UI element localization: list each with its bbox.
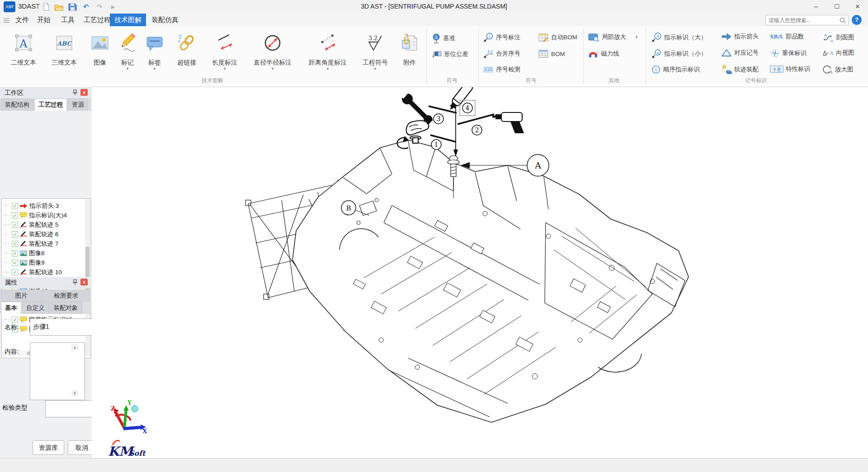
ribbon-button-distance-angle-dim[interactable]: 距离角度标注 ▼	[309, 28, 347, 71]
tab-assembly-object[interactable]: 装配对象	[50, 302, 82, 314]
ribbon-button-datum[interactable]: A 基准	[432, 33, 455, 43]
dropdown-arrow-icon[interactable]: ▼	[145, 67, 165, 71]
ribbon: A 二维文本 ABC 三维文本 图像 标记 ▼ 标签 ▼ 超	[0, 26, 868, 87]
ribbon-button-bom[interactable]: BOM	[538, 49, 565, 59]
quick-access-more-button[interactable]: ▶	[108, 2, 118, 12]
svg-text:1: 1	[434, 141, 439, 148]
open-file-button[interactable]	[53, 2, 64, 12]
checkbox-checked-icon[interactable]: ✓	[12, 250, 18, 257]
tree-item[interactable]: ✓装配轨迹 10	[4, 267, 62, 277]
tree-item[interactable]: ✓装配轨迹 6	[4, 229, 58, 239]
checkbox-checked-icon[interactable]: ✓	[12, 317, 18, 323]
ribbon-button-3d-text[interactable]: ABC 三维文本	[52, 28, 77, 67]
ribbon-button-eng-symbol[interactable]: 3.2 工程符号 ▼	[363, 28, 388, 71]
tab-inspection-req[interactable]: 检测要求	[42, 290, 90, 302]
checkbox-checked-icon[interactable]: ✓	[12, 222, 18, 228]
ribbon-button-balloon-dim[interactable]: 1 序号标注	[483, 33, 520, 42]
tab-basic[interactable]: 基本	[1, 302, 21, 314]
svg-text:X: X	[142, 428, 147, 435]
dropdown-arrow-icon[interactable]: ▼	[363, 67, 388, 71]
tree-item[interactable]: ✓指示箭头 3	[4, 201, 59, 210]
checkbox-checked-icon[interactable]: ✓	[12, 260, 18, 266]
ribbon-button-diameter-dim[interactable]: 直径半径标注 ▼	[254, 28, 292, 71]
checkbox-checked-icon[interactable]: ✓	[12, 231, 18, 238]
name-input[interactable]: 步骤1	[30, 318, 93, 336]
dropdown-arrow-icon[interactable]: ▼	[254, 67, 292, 71]
svg-text:12: 12	[487, 49, 493, 54]
tab-custom[interactable]: 自定义	[22, 302, 49, 314]
ribbon-button-section-view[interactable]: AA 剖面图	[822, 33, 854, 42]
tab-assembly-sim[interactable]: 装配仿真	[147, 14, 183, 26]
model-wireframe[interactable]	[245, 140, 689, 422]
tree-item[interactable]: ✓图像9	[4, 258, 45, 267]
maximize-button[interactable]: ☐	[826, 0, 847, 14]
ribbon-button-magnetic-line[interactable]: 磁力线	[588, 49, 619, 59]
dropdown-arrow-icon[interactable]: ▼	[118, 67, 137, 71]
ribbon-button-match-mark[interactable]: 对应记号	[721, 49, 759, 57]
tree-item[interactable]: ✓装配轨迹 7	[4, 239, 58, 248]
close-button[interactable]: ✕	[847, 0, 868, 14]
tab-resources[interactable]: 资源	[68, 98, 88, 111]
ribbon-button-indicator-arrow[interactable]: 指示箭头	[721, 33, 759, 41]
help-button[interactable]: ?	[852, 15, 862, 25]
ribbon-button-part-count[interactable]: XR/L 部品数	[770, 33, 804, 41]
search-icon[interactable]	[839, 17, 846, 24]
undo-button[interactable]: ↶	[80, 2, 91, 12]
ribbon-button-trajectory-assembly[interactable]: 轨迹装配	[721, 65, 759, 74]
minimize-button[interactable]: ─	[806, 0, 826, 14]
ribbon-button-balloon-check[interactable]: 123 序号检测	[483, 65, 520, 74]
dropdown-arrow-icon[interactable]: ▼	[635, 36, 638, 39]
ribbon-button-indicator-large[interactable]: A 指示标识（大）	[651, 33, 707, 42]
ribbon-button-characteristic-mark[interactable]: 水密 特性标识	[770, 65, 810, 73]
tab-process-flow[interactable]: 工艺过程	[34, 98, 67, 111]
ribbon-button-critical-mark[interactable]: 重保标识	[770, 49, 807, 58]
ribbon-button-direction-view[interactable]: A 向视图	[822, 49, 854, 57]
menu-icon[interactable]	[4, 17, 9, 22]
scroll-down-icon[interactable]: ▼	[71, 390, 78, 397]
tab-assembly-structure[interactable]: 装配结构	[1, 98, 33, 111]
ribbon-button-length-dim[interactable]: 长度标注 ▼	[212, 28, 237, 71]
tree-item[interactable]: ✓指示标识(大)4	[4, 210, 67, 220]
ribbon-button-2d-text[interactable]: A 二维文本	[11, 28, 36, 67]
ribbon-button-auto-bom[interactable]: 自动BOM	[538, 33, 577, 42]
checkbox-checked-icon[interactable]: ✓	[12, 212, 18, 219]
tab-picture[interactable]: 图片	[1, 290, 42, 302]
save-button[interactable]	[67, 2, 78, 12]
tree-item[interactable]: ✓装配轨迹 5	[4, 220, 58, 229]
dropdown-arrow-icon[interactable]: ▼	[309, 67, 347, 71]
close-icon[interactable]: x	[80, 89, 88, 96]
search-input[interactable]	[766, 15, 840, 25]
resource-library-button[interactable]: 资源库	[33, 440, 64, 455]
checkbox-checked-icon[interactable]: ✓	[12, 269, 18, 276]
redo-button[interactable]: ↷	[94, 2, 105, 12]
close-icon[interactable]: x	[80, 279, 88, 285]
ribbon-button-detail-zoom[interactable]: 局部放大 ▼	[588, 33, 638, 42]
ribbon-button-detail-view[interactable]: A 放大图	[822, 65, 854, 74]
tab-tech-illustration[interactable]: 技术图解	[110, 14, 146, 26]
tab-home[interactable]: 开始	[33, 14, 55, 26]
drawing-canvas[interactable]: 3 4 2 1 A B Z Y X KM Sof	[92, 87, 868, 458]
checkbox-checked-icon[interactable]: ✓	[12, 241, 18, 247]
ribbon-button-image[interactable]: 图像	[90, 28, 110, 67]
check-type-input[interactable]	[45, 400, 95, 417]
ribbon-button-merge-balloon[interactable]: 12 合并序号	[483, 49, 520, 59]
search-box[interactable]	[765, 15, 849, 25]
ribbon-button-label[interactable]: 标签 ▼	[145, 28, 165, 71]
checkbox-checked-icon[interactable]: ✓	[12, 203, 18, 209]
scroll-up-icon[interactable]: ▲	[71, 344, 78, 350]
tree-item[interactable]: ✓图像8	[4, 248, 45, 258]
tab-file[interactable]: 文件	[11, 14, 33, 26]
ribbon-button-gdt[interactable]: 形位公差	[432, 50, 468, 59]
ribbon-button-attachment[interactable]: 附件	[400, 28, 420, 67]
ribbon-button-mark[interactable]: 标记 ▼	[118, 28, 137, 71]
ribbon-button-hyperlink[interactable]: 超链接	[177, 28, 197, 67]
impact-wrench-icon[interactable]	[492, 112, 524, 133]
tab-tools[interactable]: 工具	[57, 14, 79, 26]
new-file-button[interactable]	[41, 2, 52, 12]
dropdown-arrow-icon[interactable]: ▼	[212, 67, 237, 71]
3d-text-icon: ABC	[54, 33, 74, 53]
ribbon-button-sequence-indicator[interactable]: 1 顺序指示标识	[651, 65, 700, 74]
pin-icon[interactable]	[72, 89, 78, 96]
ribbon-button-indicator-small[interactable]: a 指示标识（小）	[651, 49, 707, 59]
pin-icon[interactable]	[72, 279, 78, 285]
